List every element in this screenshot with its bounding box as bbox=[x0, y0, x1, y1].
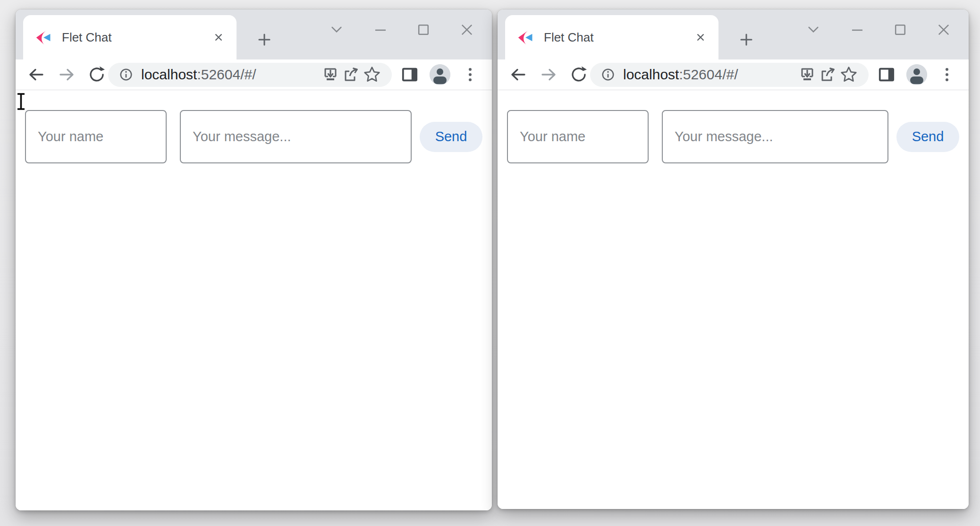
tab-close-icon[interactable] bbox=[691, 28, 710, 47]
chat-input-row: Send bbox=[25, 110, 482, 163]
toolbar-right-cluster bbox=[876, 64, 957, 85]
toolbar-right-cluster bbox=[399, 64, 481, 85]
page-content: Send bbox=[16, 90, 492, 510]
browser-tab[interactable]: Flet Chat bbox=[505, 15, 718, 59]
message-input[interactable] bbox=[662, 110, 888, 163]
maximize-button[interactable] bbox=[415, 22, 431, 38]
reload-button[interactable] bbox=[87, 65, 106, 84]
site-info-icon[interactable] bbox=[600, 66, 617, 83]
share-icon[interactable] bbox=[341, 64, 362, 85]
menu-dots-icon[interactable] bbox=[460, 64, 481, 85]
tab-strip: Flet Chat bbox=[498, 9, 969, 59]
minimize-button[interactable] bbox=[849, 22, 865, 38]
tab-title: Flet Chat bbox=[544, 30, 691, 45]
browser-toolbar: localhost:52604/#/ bbox=[16, 59, 492, 90]
share-icon[interactable] bbox=[818, 64, 838, 85]
chat-input-row: Send bbox=[507, 110, 959, 163]
bookmark-star-icon[interactable] bbox=[362, 64, 382, 85]
message-input[interactable] bbox=[180, 110, 412, 163]
side-panel-icon[interactable] bbox=[399, 64, 420, 85]
maximize-button[interactable] bbox=[892, 22, 908, 38]
close-button[interactable] bbox=[459, 22, 475, 38]
flet-logo-icon bbox=[517, 30, 534, 45]
side-panel-icon[interactable] bbox=[876, 64, 897, 85]
new-tab-button[interactable] bbox=[736, 29, 757, 50]
install-app-icon[interactable] bbox=[797, 64, 818, 85]
browser-toolbar: localhost:52604/#/ bbox=[498, 59, 969, 90]
name-input[interactable] bbox=[25, 110, 167, 163]
tab-close-icon[interactable] bbox=[209, 28, 228, 47]
tab-title: Flet Chat bbox=[62, 30, 209, 45]
url-text: localhost:52604/#/ bbox=[623, 67, 797, 83]
tab-strip: Flet Chat bbox=[16, 9, 492, 59]
send-button[interactable]: Send bbox=[896, 122, 959, 152]
tab-search-chevron-icon[interactable] bbox=[805, 22, 821, 38]
page-content: Send bbox=[498, 90, 969, 509]
bookmark-star-icon[interactable] bbox=[838, 64, 859, 85]
forward-button[interactable] bbox=[57, 65, 76, 84]
profile-avatar[interactable] bbox=[906, 64, 927, 85]
address-bar[interactable]: localhost:52604/#/ bbox=[108, 63, 392, 87]
new-tab-button[interactable] bbox=[254, 29, 275, 50]
window-controls bbox=[329, 22, 475, 38]
tab-search-chevron-icon[interactable] bbox=[329, 22, 345, 38]
profile-avatar[interactable] bbox=[430, 64, 450, 85]
name-input[interactable] bbox=[507, 110, 649, 163]
browser-tab[interactable]: Flet Chat bbox=[23, 15, 237, 59]
reload-button[interactable] bbox=[569, 65, 588, 84]
minimize-button[interactable] bbox=[372, 22, 388, 38]
install-app-icon[interactable] bbox=[320, 64, 341, 85]
back-button[interactable] bbox=[509, 65, 528, 84]
site-info-icon[interactable] bbox=[118, 66, 135, 83]
close-button[interactable] bbox=[936, 22, 952, 38]
url-text: localhost:52604/#/ bbox=[141, 67, 320, 83]
forward-button[interactable] bbox=[539, 65, 558, 84]
send-button[interactable]: Send bbox=[420, 122, 482, 152]
window-controls bbox=[805, 22, 952, 38]
back-button[interactable] bbox=[27, 65, 46, 84]
browser-window-left: Flet Chat bbox=[16, 9, 492, 510]
browser-window-right: Flet Chat bbox=[498, 9, 969, 509]
flet-logo-icon bbox=[35, 30, 52, 45]
address-bar[interactable]: localhost:52604/#/ bbox=[590, 63, 869, 87]
menu-dots-icon[interactable] bbox=[937, 64, 957, 85]
